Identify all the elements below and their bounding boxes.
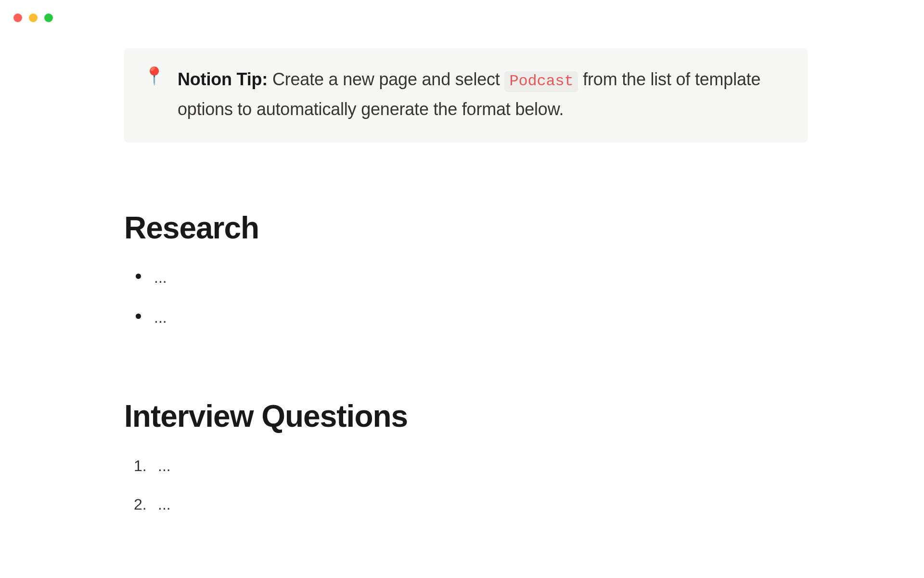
interview-questions-list: ... ...: [124, 455, 808, 516]
research-list: ... ...: [124, 267, 808, 328]
list-item[interactable]: ...: [134, 267, 808, 289]
tip-inline-code: Podcast: [504, 71, 578, 92]
window-controls: [13, 13, 53, 22]
tip-text-before: Create a new page and select: [268, 69, 504, 89]
heading-research[interactable]: Research: [124, 210, 808, 246]
list-item[interactable]: ...: [134, 307, 808, 328]
window-zoom-icon[interactable]: [44, 13, 53, 22]
tip-callout[interactable]: 📍 Notion Tip: Create a new page and sele…: [124, 48, 808, 143]
tip-label: Notion Tip:: [178, 69, 268, 89]
tip-callout-text: Notion Tip: Create a new page and select…: [178, 65, 788, 124]
pin-icon: 📍: [143, 66, 165, 86]
window-close-icon[interactable]: [13, 13, 22, 22]
window-minimize-icon[interactable]: [29, 13, 38, 22]
list-item[interactable]: ...: [134, 494, 808, 515]
list-item[interactable]: ...: [134, 455, 808, 477]
document-body: 📍 Notion Tip: Create a new page and sele…: [124, 48, 808, 533]
heading-interview-questions[interactable]: Interview Questions: [124, 398, 808, 434]
